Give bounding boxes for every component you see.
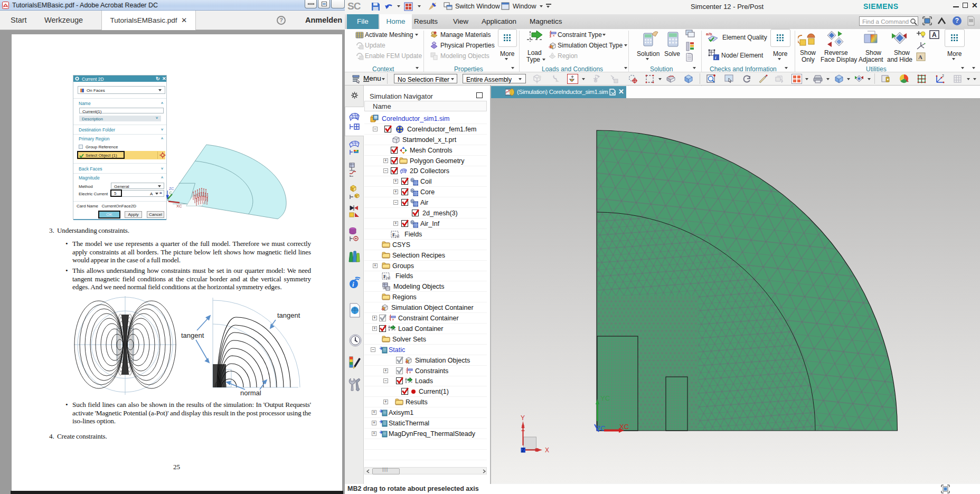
svg-text:A: A: [932, 31, 937, 39]
svg-text:X: X: [545, 446, 549, 454]
svg-text:2: 2: [942, 74, 944, 78]
svg-text:ZC: ZC: [596, 424, 605, 432]
svg-text:XC: XC: [176, 204, 182, 208]
svg-text:a/b: a/b: [706, 32, 712, 36]
svg-text:tangent: tangent: [277, 311, 300, 319]
svg-text:tangent: tangent: [181, 331, 204, 339]
svg-text:A: A: [918, 54, 922, 60]
svg-text:normal: normal: [240, 389, 261, 397]
svg-text:ZC: ZC: [169, 187, 174, 191]
svg-text:YC: YC: [600, 394, 610, 402]
svg-text:Z: Z: [522, 448, 525, 453]
svg-text:Y: Y: [521, 414, 525, 422]
svg-text:i: i: [352, 280, 354, 288]
svg-text:C: C: [169, 191, 172, 195]
